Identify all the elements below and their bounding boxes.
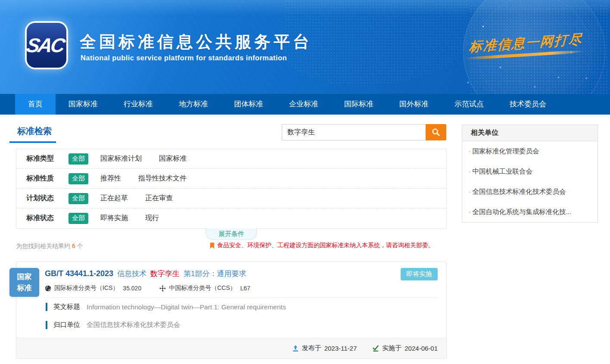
filter-option[interactable]: 国家标准: [159, 154, 187, 163]
related-units-title: 相关单位: [462, 125, 598, 141]
field-label: 英文标题: [53, 302, 80, 311]
page-title: 标准检索: [17, 125, 52, 137]
ics-value: 35.020: [123, 285, 141, 292]
standard-code: GB/T 43441.1-2023: [45, 269, 113, 278]
card-footer: 发布于 2023-11-27 实施于 2024-06-01: [16, 338, 446, 358]
filter-all-button[interactable]: 全部: [68, 213, 88, 224]
search-input[interactable]: [282, 124, 426, 140]
card-divider: [43, 297, 438, 298]
related-units-panel: 相关单位 国家标准化管理委员会 中国机械工业联合会 全国信息技术标准化技术委员会…: [462, 124, 598, 223]
result-count-number: 6: [70, 243, 77, 249]
globe-icon: [45, 285, 51, 292]
implemented-date-item: 实施于 2024-06-01: [372, 344, 438, 352]
competent-unit-row: 归口单位 全国信息技术标准化技术委员会: [46, 320, 180, 330]
nav-item-pilot-programs[interactable]: 示范试点: [442, 94, 497, 115]
sac-logo[interactable]: SAC: [27, 23, 66, 68]
nav-item-industry-standards[interactable]: 行业标准: [111, 94, 166, 115]
filter-option[interactable]: 国家标准计划: [100, 154, 142, 163]
badge-line1: 国家: [17, 271, 32, 283]
filter-option[interactable]: 指导性技术文件: [138, 174, 187, 183]
nav-item-national-standards[interactable]: 国家标准: [56, 94, 111, 115]
english-title-row: 英文标题 Information technology—Digital twin…: [46, 302, 286, 311]
bookmark-icon: [210, 243, 215, 249]
sparkle-dots-decoration: [482, 26, 484, 27]
ccs-label: 中国标准分类号（CCS）: [169, 284, 236, 292]
nav-item-group-standards[interactable]: 团体标准: [221, 94, 276, 115]
standard-title-part1: 信息技术: [117, 269, 146, 279]
notice-text: 食品安全、环境保护、工程建设方面的国家标准未纳入本系统，请咨询相关部委。: [217, 242, 434, 249]
field-label: 归口单位: [53, 320, 80, 330]
search-icon: [431, 128, 441, 137]
publish-upload-icon: [292, 345, 299, 352]
sac-logo-text: SAC: [25, 34, 68, 57]
filter-option[interactable]: 正在审查: [145, 194, 173, 203]
filter-label: 计划状态: [26, 194, 68, 203]
page: SAC 全国标准信息公共服务平台 National public service…: [0, 0, 610, 364]
published-date: 2023-11-27: [324, 345, 357, 352]
filter-row-standard-nature: 标准性质 全部 推荐性 指导性技术文件: [16, 169, 446, 189]
site-title: 全国标准信息公共服务平台: [80, 31, 312, 53]
implement-check-icon: [372, 345, 379, 352]
nav-item-local-standards[interactable]: 地方标准: [166, 94, 221, 115]
ics-label: 国际标准分类号（ICS）: [54, 284, 118, 292]
filter-all-button[interactable]: 全部: [68, 173, 88, 184]
field-value: Information technology—Digital twin—Part…: [87, 303, 286, 311]
sidebar-item-automation-committee[interactable]: 全国自动化系统与集成标准化技...: [462, 202, 598, 222]
national-standard-badge[interactable]: 国家 标准: [9, 268, 39, 297]
published-label: 发布于: [302, 344, 321, 352]
field-marker-bar: [46, 321, 47, 329]
filter-row-standard-type: 标准类型 全部 国家标准计划 国家标准: [16, 149, 446, 169]
nav-item-technical-committees[interactable]: 技术委员会: [497, 94, 559, 115]
badge-line2: 标准: [17, 283, 32, 294]
sidebar-item-it-standardization-committee[interactable]: 全国信息技术标准化技术委员会: [462, 182, 598, 202]
standard-title-part2: 第1部分：通用要求: [184, 269, 246, 279]
standard-title-link[interactable]: GB/T 43441.1-2023 信息技术 数字孪生 第1部分：通用要求: [45, 269, 246, 279]
filter-option[interactable]: 现行: [145, 214, 159, 223]
sidebar-item-machinery-federation[interactable]: 中国机械工业联合会: [462, 162, 598, 182]
filter-option[interactable]: 正在起草: [100, 194, 128, 203]
result-count-prefix: 为您找到相关结果约: [16, 243, 70, 249]
site-header: SAC 全国标准信息公共服务平台 National public service…: [0, 0, 610, 94]
standard-title-highlight: 数字孪生: [150, 269, 180, 279]
system-notice: 食品安全、环境保护、工程建设方面的国家标准未纳入本系统，请咨询相关部委。: [210, 242, 434, 249]
nav-item-home[interactable]: 首页: [15, 94, 56, 115]
page-title-underline-decoration: [9, 141, 56, 143]
filter-all-button[interactable]: 全部: [68, 193, 88, 204]
classification-row: 国际标准分类号（ICS） 35.020 中国标准分类号（CCS） L67: [45, 284, 250, 292]
standard-result-card: 国家 标准 GB/T 43441.1-2023 信息技术 数字孪生 第1部分：通…: [16, 261, 447, 359]
nav-item-enterprise-standards[interactable]: 企业标准: [276, 94, 331, 115]
result-count-suffix: 个: [77, 243, 83, 249]
filter-option[interactable]: 即将实施: [100, 214, 128, 223]
compass-icon: [159, 285, 166, 292]
filter-option[interactable]: 推荐性: [100, 174, 121, 183]
filter-all-button[interactable]: 全部: [68, 153, 88, 165]
site-subtitle: National public service platform for sta…: [81, 54, 287, 62]
filter-label: 标准类型: [26, 154, 68, 163]
field-marker-bar: [46, 303, 47, 311]
filter-panel: 标准类型 全部 国家标准计划 国家标准 标准性质 全部 推荐性 指导性技术文件 …: [16, 149, 447, 229]
search-button[interactable]: [426, 124, 446, 140]
filter-row-standard-status: 标准状态 全部 即将实施 现行: [16, 208, 446, 228]
filter-label: 标准性质: [26, 174, 68, 183]
filter-row-plan-status: 计划状态 全部 正在起草 正在审查: [16, 189, 446, 208]
implemented-date: 2024-06-01: [405, 345, 438, 352]
main-nav: 首页 国家标准 行业标准 地方标准 团体标准 企业标准 国际标准 国外标准 示范…: [0, 94, 610, 115]
ccs-value: L67: [240, 285, 250, 292]
filter-label: 标准状态: [26, 214, 68, 223]
expand-conditions-button[interactable]: 展开条件: [206, 228, 257, 240]
nav-item-foreign-standards[interactable]: 国外标准: [386, 94, 442, 115]
nav-item-international-standards[interactable]: 国际标准: [331, 94, 386, 115]
published-date-item: 发布于 2023-11-27: [292, 344, 357, 352]
result-count: 为您找到相关结果约6个: [16, 243, 83, 250]
field-value: 全国信息技术标准化技术委员会: [87, 320, 180, 330]
status-badge: 即将实施: [401, 268, 438, 280]
sidebar-item-sac[interactable]: 国家标准化管理委员会: [462, 141, 598, 162]
implemented-label: 实施于: [382, 344, 401, 352]
